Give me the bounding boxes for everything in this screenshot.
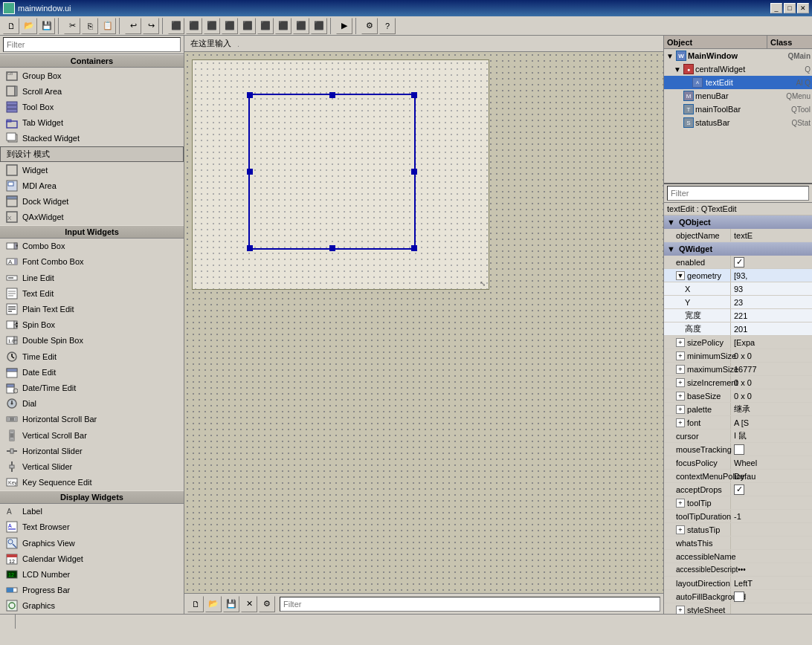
align-left-button[interactable]: ⬛ (168, 18, 184, 34)
handle-bl[interactable] (247, 245, 253, 251)
groupbox-item[interactable]: GB Group Box (0, 68, 184, 83)
keysequence-item[interactable]: Key Key Sequence Edit (0, 475, 184, 490)
textbrowser-item[interactable]: A Text Browser (0, 519, 184, 535)
close-button[interactable]: ✕ (797, 3, 809, 13)
stylesheet-expand[interactable]: + (676, 606, 685, 615)
prop-val-minimumsize[interactable]: 0 x 0 (731, 349, 812, 362)
prop-val-y[interactable]: 23 (731, 296, 812, 308)
datetimeedit-item[interactable]: Date/Time Edit (0, 380, 184, 395)
copy-button[interactable]: ⎘ (82, 18, 98, 34)
prop-val-maximumsize[interactable]: 16777 (731, 363, 812, 375)
vslider-item[interactable]: Vertical Slider (0, 458, 184, 474)
prop-val-acceptdrops[interactable]: ✓ (731, 483, 812, 496)
geometry-expand[interactable]: ▼ (676, 271, 685, 280)
prop-val-whatsthis[interactable] (731, 537, 812, 549)
timeedit-item[interactable]: Time Edit (0, 349, 184, 364)
textedit-item[interactable]: Text Edit (0, 285, 184, 301)
distribute-v-button[interactable]: ⬛ (239, 18, 256, 34)
plaintextedit-item[interactable]: Plain Text Edit (0, 301, 184, 317)
obj-row-centralwidget[interactable]: ▼ ● centralWidget Q (664, 62, 812, 76)
prop-val-focuspolicy[interactable]: Wheel (731, 456, 812, 469)
calendar-item[interactable]: 12 Calendar Widget (0, 551, 184, 566)
prop-val-stylesheet[interactable] (731, 603, 812, 614)
paste-button[interactable]: 📋 (100, 18, 116, 34)
bottom-open-button[interactable]: 📂 (205, 596, 222, 612)
align-center-button[interactable]: ⬛ (186, 18, 202, 34)
align-right-button[interactable]: ⬛ (204, 18, 220, 34)
bottom-props-button[interactable]: ⚙ (259, 596, 275, 612)
autofill-checkbox[interactable] (734, 591, 744, 602)
bottom-filter-input[interactable] (280, 597, 660, 612)
prop-val-enabled[interactable]: ✓ (731, 256, 812, 268)
handle-tl[interactable] (247, 92, 253, 98)
obj-row-textedit[interactable]: A textEdit Al Q (664, 76, 812, 89)
tooltip-expand[interactable]: + (676, 499, 685, 508)
prop-val-x[interactable]: 93 (731, 282, 812, 295)
bottom-new-button[interactable]: 🗋 (187, 596, 204, 612)
prop-val-basesize[interactable]: 0 x 0 (731, 389, 812, 402)
prop-val-accessibledesc[interactable] (731, 563, 812, 576)
fontcombobox-item[interactable]: A Font Combo Box (0, 254, 184, 270)
prop-val-tooltipduration[interactable]: -1 (731, 510, 812, 522)
window-controls[interactable]: _ □ ✕ (770, 3, 809, 13)
stackedwidget-item[interactable]: Stacked Widget (0, 131, 184, 146)
palette-expand[interactable]: + (676, 405, 685, 414)
minimumsize-expand[interactable]: + (676, 351, 685, 360)
size-v-button[interactable]: ⬛ (275, 18, 291, 34)
basesize-expand[interactable]: + (676, 392, 685, 401)
prop-val-font[interactable]: A [S (731, 416, 812, 429)
prop-val-sizeincrement[interactable]: 0 x 0 (731, 376, 812, 389)
toolbox-item[interactable]: Tool Box (0, 99, 184, 114)
tabwidget-item[interactable]: Tab Widget (0, 115, 184, 131)
handle-ml[interactable] (247, 169, 253, 175)
new-button[interactable]: 🗋 (3, 18, 19, 34)
prop-val-cursor[interactable]: I 鼠 (731, 430, 812, 442)
preview-button[interactable]: ▶ (336, 18, 352, 34)
hscrollbar-item[interactable]: Horizontal Scroll Bar (0, 412, 184, 427)
font-expand[interactable]: + (676, 418, 685, 427)
dockwidget-item[interactable]: Dock Widget (0, 193, 184, 209)
handle-tm[interactable] (329, 92, 335, 98)
lcd-item[interactable]: 12 LCD Number (0, 566, 184, 582)
minimize-button[interactable]: _ (770, 3, 782, 13)
graphicsview-item[interactable]: Graphics View (0, 535, 184, 551)
prop-val-palette[interactable]: 继承 (731, 403, 812, 415)
mousetracking-checkbox[interactable] (734, 444, 744, 455)
prop-val-layoutdirection[interactable]: LeftT (731, 577, 812, 589)
scrollarea-item[interactable]: Scroll Area (0, 83, 184, 99)
statustip-expand[interactable]: + (676, 525, 685, 534)
redo-button[interactable]: ↪ (143, 18, 159, 34)
filter-input[interactable] (3, 37, 181, 52)
selection-box[interactable] (248, 94, 416, 250)
hslider-item[interactable]: Horizontal Slider (0, 443, 184, 458)
maximumsize-expand[interactable]: + (676, 365, 685, 374)
obj-row-statusbar[interactable]: S statusBar QStat (664, 116, 812, 129)
prop-val-tooltip[interactable] (731, 496, 812, 509)
maximize-button[interactable]: □ (784, 3, 796, 13)
canvas-body[interactable]: ⤡ (184, 52, 663, 593)
dial-item[interactable]: Dial (0, 396, 184, 412)
doublespinbox-item[interactable]: 1.0 Double Spin Box (0, 333, 184, 349)
grid-button[interactable]: ⬛ (311, 18, 327, 34)
widget-item[interactable]: Widget (0, 162, 184, 178)
prop-val-geometry[interactable]: [93, (731, 269, 812, 282)
mdiarea-item[interactable]: MDI Area (0, 178, 184, 193)
sizepolicy-expand[interactable]: + (676, 338, 685, 347)
distribute-h-button[interactable]: ⬛ (222, 18, 238, 34)
size-h-button[interactable]: ⬛ (257, 18, 274, 34)
vscrollbar-item[interactable]: Vertical Scroll Bar (0, 427, 184, 443)
handle-tr[interactable] (411, 92, 417, 98)
obj-row-menubar[interactable]: M menuBar QMenu (664, 89, 812, 103)
handle-bm[interactable] (329, 245, 335, 251)
acceptdrops-checkbox[interactable]: ✓ (734, 484, 744, 495)
undo-button[interactable]: ↩ (125, 18, 141, 34)
prop-val-statustip[interactable] (731, 523, 812, 536)
handle-br[interactable] (411, 245, 417, 251)
prop-val-height[interactable]: 201 (731, 322, 812, 335)
qaxwidget-item[interactable]: X QAxWidget (0, 210, 184, 225)
obj-row-mainwindow[interactable]: ▼ W MainWindow QMain (664, 49, 812, 62)
open-button[interactable]: 📂 (21, 18, 37, 34)
prop-val-autofillbackground[interactable] (731, 590, 812, 603)
settings-button[interactable]: ⚙ (361, 18, 378, 34)
sizeincrement-expand[interactable]: + (676, 378, 685, 387)
